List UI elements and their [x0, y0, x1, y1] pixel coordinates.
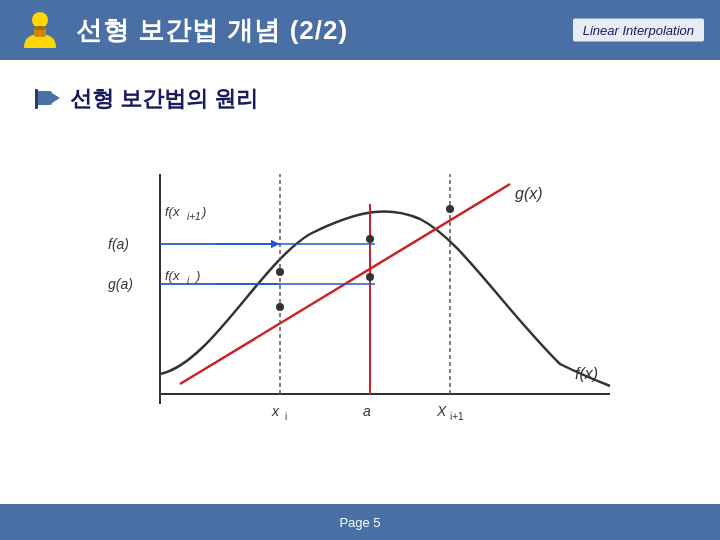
svg-point-18 [366, 273, 374, 281]
svg-rect-4 [36, 91, 52, 105]
svg-text:f(a): f(a) [108, 236, 129, 252]
section-title-text: 선형 보간법의 원리 [70, 84, 258, 114]
svg-rect-3 [36, 26, 44, 30]
header-icon [16, 6, 64, 54]
svg-point-15 [276, 268, 284, 276]
graph-container: g(x) f(x) f(a) g(a) f(x i+1 ) f(x i ) x … [80, 134, 640, 474]
page-label: Page 5 [339, 515, 380, 530]
bullet-icon [32, 85, 60, 113]
svg-text:g(a): g(a) [108, 276, 133, 292]
main-content: 선형 보간법의 원리 [0, 60, 720, 474]
svg-point-19 [446, 205, 454, 213]
section-title: 선형 보간법의 원리 [32, 84, 688, 114]
svg-text:f(x: f(x [165, 204, 180, 219]
graph-svg: g(x) f(x) f(a) g(a) f(x i+1 ) f(x i ) x … [80, 134, 640, 474]
svg-text:f(x: f(x [165, 268, 180, 283]
svg-text:i: i [285, 411, 287, 422]
svg-text:i+1: i+1 [450, 411, 464, 422]
svg-rect-6 [35, 89, 38, 109]
svg-text:g(x): g(x) [515, 185, 543, 202]
svg-point-17 [366, 235, 374, 243]
header-subtitle: Linear Interpolation [573, 19, 704, 42]
svg-text:X: X [436, 403, 447, 419]
header: 선형 보간법 개념 (2/2) Linear Interpolation [0, 0, 720, 60]
svg-marker-5 [52, 93, 60, 103]
svg-text:a: a [363, 403, 371, 419]
svg-point-1 [32, 12, 48, 28]
svg-text:): ) [194, 268, 200, 283]
svg-text:f(x): f(x) [575, 365, 598, 382]
svg-text:x: x [271, 403, 280, 419]
svg-text:i+1: i+1 [187, 211, 201, 222]
header-title: 선형 보간법 개념 (2/2) [76, 13, 348, 48]
svg-text:): ) [200, 204, 206, 219]
footer: Page 5 [0, 504, 720, 540]
svg-point-16 [276, 303, 284, 311]
